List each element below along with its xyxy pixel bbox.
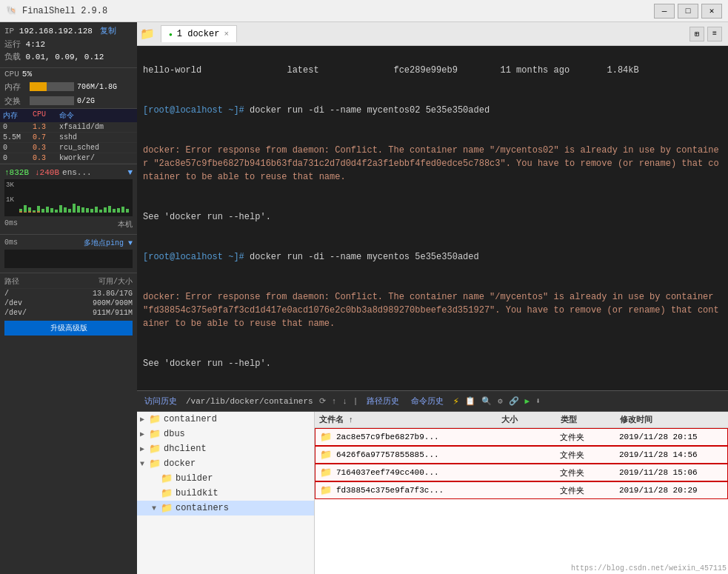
search2-icon[interactable]: 🔍 [481,396,492,406]
docker-tab[interactable]: ● 1 docker × [161,25,237,42]
file-row-1[interactable]: 📁 2ac8e57c9fbe6827b9... 文件夹 2019/11/28 2… [315,428,728,446]
load-value: 0.01, 0.09, 0.12 [26,53,104,61]
svg-rect-27 [19,211,22,213]
tab-status-dot: ● [169,31,173,38]
load-label: 负载 [4,53,21,61]
folder-icon-2: 📁 [320,449,332,461]
upload-stat: ↑832B [4,168,29,177]
svg-rect-10 [55,210,58,213]
tab-bar: 📁 ● 1 docker × ⊞ ≡ [137,22,728,46]
svg-text:3K: 3K [6,181,14,189]
upgrade-button[interactable]: 升级高级版 [4,321,133,336]
window-controls: — □ ✕ [654,4,722,19]
terminal[interactable]: hello-world latest fce289e99eb9 11 month… [137,46,728,390]
proc-row[interactable]: 0 0.3 rcu_sched [0,143,137,153]
tab-close-button[interactable]: × [224,30,229,39]
settings-icon[interactable]: ⚙ [498,396,503,406]
path-row[interactable]: /dev 900M/900M [4,298,133,308]
file-modified-3: 2019/11/28 15:06 [619,468,723,477]
minimize-button[interactable]: — [654,4,675,19]
proc-header-cmd: 命令 [59,110,134,121]
svg-rect-13 [68,209,71,213]
mem-value: 706M/1.8G [77,83,117,91]
lightning-icon[interactable]: ⚡ [453,395,458,407]
svg-rect-29 [28,211,31,213]
download-icon[interactable]: ↓ [342,397,347,406]
net-expand[interactable]: ▼ [127,168,133,177]
cmd: docker run -di --name mycentos02 5e35e35… [250,105,490,116]
connect-icon[interactable]: 🔗 [509,396,519,406]
runtime-value: 4:12 [26,40,45,49]
copy2-icon[interactable]: 📋 [465,396,475,406]
file-header-modified: 修改时间 [620,414,724,425]
svg-rect-7 [41,209,44,213]
svg-rect-16 [81,207,84,213]
file-name-2: 6426f6a97757855885... [336,450,501,459]
file-row-4[interactable]: 📁 fd38854c375e9fa7f3c... 文件夹 2019/11/28 … [315,481,728,499]
file-row-3[interactable]: 📁 7164037eef749cc400... 文件夹 2019/11/28 1… [315,464,728,481]
arrow-down-icon[interactable]: ⬇ [535,396,541,406]
tree-item-containers[interactable]: ▼ 📁 containers [137,501,314,515]
process-list: 0 1.3 xfsaild/dm 5.5M 0.7 sshd 0 0.3 rcu… [0,122,137,164]
tab-label: 1 docker [177,29,220,39]
svg-rect-12 [64,207,67,213]
svg-rect-20 [99,210,102,213]
play-icon[interactable]: ▶ [525,396,530,406]
prompt: [root@localhost ~]# [143,252,250,262]
path-row[interactable]: / 13.8G/17G [4,289,133,298]
network-chart: 3K 1K [4,179,133,216]
proc-row[interactable]: 5.5M 0.7 sshd [0,133,137,143]
proc-row[interactable]: 0 1.3 xfsaild/dm [0,122,137,133]
multiping-link[interactable]: 多地点ping ▼ [84,238,133,248]
maximize-button[interactable]: □ [678,4,698,19]
visit-history-btn[interactable]: 访问历史 [141,395,180,407]
proc-row[interactable]: 0 0.3 kworker/ [0,153,137,164]
tree-item-builder[interactable]: 📁 builder [137,471,314,486]
cpu-label: CPU [4,70,19,79]
path-history-btn[interactable]: 路径历史 [364,395,402,407]
net-interface: ens... [62,168,92,177]
swap-label: 交换 [4,96,27,107]
folder-icon-4: 📁 [320,484,332,496]
tree-item-dbus[interactable]: ▶ 📁 dbus [137,427,314,441]
file-row-2[interactable]: 📁 6426f6a97757855885... 文件夹 2019/11/28 1… [315,446,728,464]
file-name-3: 7164037eef749cc400... [336,468,501,477]
tree-item-containerd[interactable]: ▶ 📁 containerd [137,412,314,427]
svg-rect-30 [33,212,36,213]
file-list-header: 文件名 ↑ 大小 类型 修改时间 [315,412,728,428]
ping-chart [4,250,133,268]
path-row[interactable]: /dev/ 911M/911M [4,308,133,318]
mem-label: 内存 [4,81,27,93]
close-button[interactable]: ✕ [701,4,722,19]
title-bar: 🐚 FinalShell 2.9.8 — □ ✕ [0,0,728,22]
folder-icon[interactable]: 📁 [140,27,155,41]
sidebar: IP 192.168.192.128 复制 运行 4:12 负载 0.01, 0… [0,22,137,574]
terminal-bottom-bar: 访问历史 /var/lib/docker/containers ⟳ ↑ ↓ | … [137,390,728,411]
grid-icon[interactable]: ⊞ [689,27,704,41]
content-area: 📁 ● 1 docker × ⊞ ≡ hello-world latest fc… [137,22,728,574]
file-header-type: 类型 [561,414,620,425]
network-section: ↑832B ↓240B ens... ▼ 3K 1K [0,164,137,234]
tree-item-dhclient[interactable]: ▶ 📁 dhclient [137,441,314,456]
file-type-3: 文件夹 [560,467,619,478]
tree-item-docker[interactable]: ▼ 📁 docker [137,456,314,471]
current-path: /var/lib/docker/containers [186,397,313,406]
file-header-name: 文件名 ↑ [319,414,501,425]
menu-icon[interactable]: ≡ [707,27,722,41]
copy-button[interactable]: 复制 [100,27,116,36]
tab-right-icons: ⊞ ≡ [689,27,725,41]
tree-item-buildkit[interactable]: 📁 buildkit [137,486,314,501]
upload-icon[interactable]: ↑ [332,397,337,406]
separator: | [353,397,358,406]
cmd-history-btn[interactable]: 命令历史 [408,395,447,407]
memory-row: 内存 706M/1.8G [0,80,137,94]
error-line: docker: Error response from daemon: Conf… [143,145,719,182]
proc-header-cpu: CPU [33,110,59,121]
path-col-header: 路径 [4,276,84,287]
prompt: [root@localhost ~]# [143,105,250,116]
network-stats-row: ↑832B ↓240B ens... ▼ [4,167,133,178]
svg-rect-14 [73,204,76,213]
refresh-icon[interactable]: ⟳ [319,396,326,406]
svg-rect-26 [126,209,129,213]
connection-info: IP 192.168.192.128 复制 运行 4:12 负载 0.01, 0… [0,22,137,68]
